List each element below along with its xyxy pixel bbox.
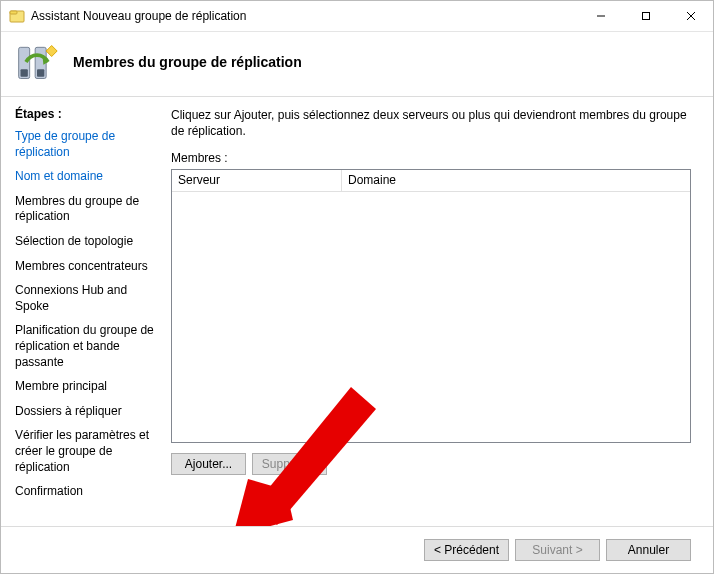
maximize-button[interactable]	[623, 1, 668, 31]
window-title: Assistant Nouveau groupe de réplication	[31, 9, 578, 23]
wizard-body: Étapes : Type de groupe de réplication N…	[1, 97, 713, 526]
wizard-footer: < Précédent Suivant > Annuler	[1, 526, 713, 573]
svg-rect-9	[37, 69, 44, 76]
step-dossiers-repliquer: Dossiers à répliquer	[15, 404, 157, 420]
remove-button: Supprimer	[252, 453, 327, 475]
main-panel: Cliquez sur Ajouter, puis sélectionnez d…	[161, 97, 713, 526]
table-buttons: Ajouter... Supprimer	[171, 453, 691, 475]
step-membres-groupe: Membres du groupe de réplication	[15, 194, 157, 225]
column-header-server[interactable]: Serveur	[172, 170, 342, 192]
step-planification: Planification du groupe de réplication e…	[15, 323, 157, 370]
svg-marker-11	[46, 46, 57, 57]
step-connexions-hub-spoke: Connexions Hub and Spoke	[15, 283, 157, 314]
step-nom-et-domaine[interactable]: Nom et domaine	[15, 169, 157, 185]
cancel-button[interactable]: Annuler	[606, 539, 691, 561]
steps-sidebar: Étapes : Type de groupe de réplication N…	[1, 97, 161, 526]
step-membre-principal: Membre principal	[15, 379, 157, 395]
wizard-window: Assistant Nouveau groupe de réplication	[0, 0, 714, 574]
add-button[interactable]: Ajouter...	[171, 453, 246, 475]
window-controls	[578, 1, 713, 31]
members-body	[172, 192, 690, 442]
step-membres-concentrateurs: Membres concentrateurs	[15, 259, 157, 275]
next-button: Suivant >	[515, 539, 600, 561]
svg-rect-3	[642, 13, 649, 20]
step-type-de-groupe[interactable]: Type de groupe de réplication	[15, 129, 157, 160]
svg-rect-7	[21, 69, 28, 76]
titlebar: Assistant Nouveau groupe de réplication	[1, 1, 713, 32]
svg-rect-1	[10, 11, 17, 14]
steps-heading: Étapes :	[15, 107, 157, 121]
minimize-button[interactable]	[578, 1, 623, 31]
replication-icon	[15, 40, 59, 84]
wizard-header: Membres du groupe de réplication	[1, 32, 713, 97]
app-icon	[9, 8, 25, 24]
close-button[interactable]	[668, 1, 713, 31]
column-header-domain[interactable]: Domaine	[342, 170, 690, 192]
members-label: Membres :	[171, 151, 691, 165]
step-confirmation: Confirmation	[15, 484, 157, 500]
svg-line-4	[687, 12, 695, 20]
page-title: Membres du groupe de réplication	[73, 54, 302, 70]
members-header-row: Serveur Domaine	[172, 170, 690, 192]
members-listview[interactable]: Serveur Domaine	[171, 169, 691, 443]
previous-button[interactable]: < Précédent	[424, 539, 509, 561]
svg-line-5	[687, 12, 695, 20]
instruction-text: Cliquez sur Ajouter, puis sélectionnez d…	[171, 107, 691, 139]
step-verifier-creer: Vérifier les paramètres et créer le grou…	[15, 428, 157, 475]
step-selection-topologie: Sélection de topologie	[15, 234, 157, 250]
